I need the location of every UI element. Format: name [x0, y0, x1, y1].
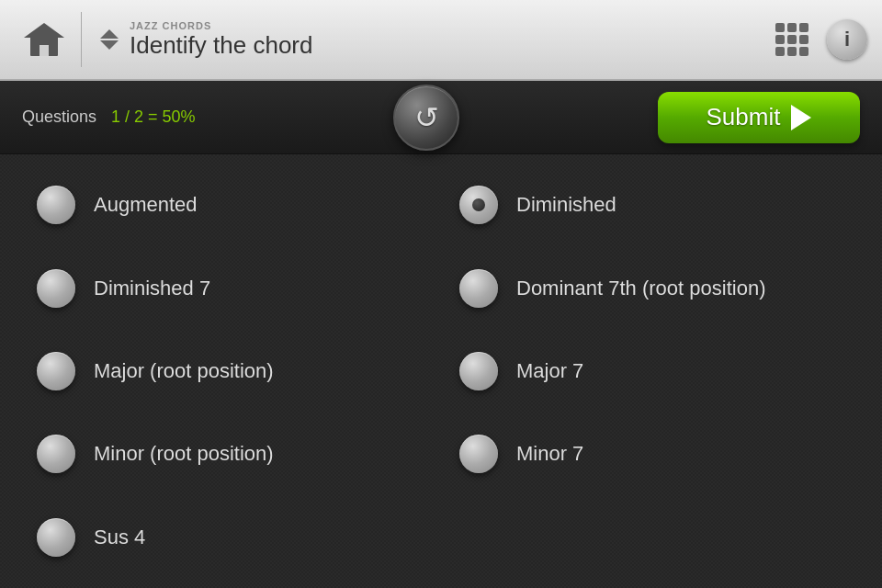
option-label: Augmented: [94, 193, 198, 217]
info-button[interactable]: i: [827, 19, 867, 60]
option-item[interactable]: Augmented: [18, 164, 441, 246]
option-label: Dominant 7th (root position): [516, 277, 765, 300]
page-title: Identify the chord: [130, 31, 768, 60]
radio-inner: [472, 447, 485, 460]
option-item[interactable]: Major 7: [441, 330, 864, 413]
radio-button[interactable]: [459, 186, 498, 224]
radio-inner: [50, 365, 62, 378]
radio-inner: [50, 531, 62, 544]
radio-button[interactable]: [459, 435, 498, 473]
option-label: Sus 4: [94, 526, 145, 549]
option-label: Minor 7: [516, 442, 583, 466]
radio-inner: [50, 282, 62, 295]
option-item[interactable]: Minor (root position): [18, 413, 441, 495]
app-header: JAZZ CHORDS Identify the chord i: [0, 0, 882, 81]
questions-label: Questions: [22, 107, 96, 127]
arrow-down-icon[interactable]: [100, 40, 119, 50]
radio-button[interactable]: [37, 269, 75, 308]
option-item[interactable]: Diminished: [441, 164, 864, 246]
option-item[interactable]: Sus 4: [18, 496, 441, 579]
options-grid: Augmented Diminished Diminished 7 Domina…: [0, 154, 882, 588]
option-item[interactable]: Diminished 7: [18, 246, 441, 329]
app-subtitle: JAZZ CHORDS: [130, 20, 768, 31]
header-divider: [81, 12, 82, 67]
home-icon: [26, 23, 62, 56]
arrow-up-icon[interactable]: [100, 29, 119, 39]
grid-icon: [775, 23, 808, 56]
option-item[interactable]: Minor 7: [441, 413, 864, 495]
option-label: Major 7: [516, 359, 583, 383]
radio-button[interactable]: [37, 352, 75, 390]
radio-inner: [472, 198, 485, 211]
grid-button[interactable]: [768, 16, 816, 63]
option-item[interactable]: Major (root position): [18, 330, 441, 413]
option-item[interactable]: [441, 496, 864, 579]
radio-button[interactable]: [459, 352, 498, 390]
radio-button[interactable]: [459, 269, 498, 308]
home-button[interactable]: [15, 0, 74, 80]
title-block: JAZZ CHORDS Identify the chord: [130, 20, 768, 60]
option-label: Major (root position): [94, 359, 274, 383]
radio-inner: [472, 282, 485, 295]
questions-count: 1 / 2 = 50%: [111, 107, 196, 127]
radio-button[interactable]: [37, 518, 75, 557]
radio-inner: [50, 198, 62, 211]
submit-label: Submit: [707, 103, 781, 131]
radio-inner: [472, 365, 485, 378]
play-icon: [791, 105, 811, 130]
nav-arrows[interactable]: [100, 29, 119, 50]
toolbar: Questions 1 / 2 = 50% ↻ Submit: [0, 81, 882, 154]
option-label: Diminished 7: [94, 277, 210, 300]
option-label: Minor (root position): [94, 442, 274, 466]
radio-inner: [50, 447, 62, 460]
option-label: Diminished: [516, 193, 616, 217]
option-item[interactable]: Dominant 7th (root position): [441, 246, 864, 329]
header-right: i: [768, 16, 867, 63]
radio-button[interactable]: [37, 186, 75, 224]
refresh-icon: ↻: [414, 100, 439, 135]
refresh-button[interactable]: ↻: [393, 85, 459, 151]
radio-button[interactable]: [37, 435, 75, 473]
submit-button[interactable]: Submit: [658, 92, 860, 143]
